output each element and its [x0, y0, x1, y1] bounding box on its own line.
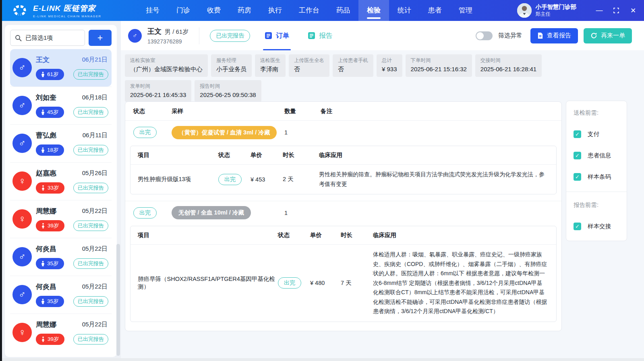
checkbox-checked-icon[interactable]: ✓	[574, 152, 581, 159]
item-status: 出完	[278, 277, 310, 289]
gender-icon: ♀	[12, 323, 32, 342]
checkbox-checked-icon[interactable]: ✓	[574, 173, 581, 181]
field-label: 服务经理	[216, 57, 246, 64]
field-value: ¥ 933	[382, 66, 397, 72]
report-status-badge: 已出完报告	[73, 334, 108, 344]
nav-item[interactable]: 挂号	[137, 0, 168, 21]
divider	[199, 27, 199, 44]
search-filter-text: 已筛选1项	[25, 34, 53, 42]
report-status-badge: 已出完报告	[73, 183, 108, 193]
order-items-card: 项目状态单价时长临床应用男性肿瘤升级版13项出完¥ 4532 天男性相关肿瘤的筛…	[130, 146, 557, 194]
gender-icon: ♂	[12, 247, 32, 266]
sample-group-row[interactable]: 出完（黄管）促凝试管 / 血清 3ml / 冷藏1	[125, 121, 561, 144]
field-label: 上传医生全名	[294, 57, 324, 64]
view-report-button[interactable]: 查看报告	[530, 28, 578, 43]
patient-card[interactable]: ♂曹弘彪06月11日18岁已出完报告	[10, 124, 112, 162]
maximize-icon[interactable]	[608, 0, 625, 21]
cell-sample: 无创管 / 全血 10ml / 冷藏	[172, 206, 284, 219]
visit-date: 05月22日	[82, 283, 108, 291]
order-report-tabs: 订单报告	[265, 21, 332, 50]
nav-item[interactable]: 患者	[420, 0, 450, 21]
patient-sidebar: 已筛选1项 + ♂王文06月21日61岁已出完报告♂刘如奎06月18日45岁已出…	[5, 25, 117, 357]
patient-name: 王文	[147, 27, 162, 35]
gender-icon: ♂	[12, 134, 32, 153]
info-field: 发单时间2025-06-21 16:45:33	[125, 80, 191, 102]
info-field: 下单时间2025-06-21 15:16:32	[406, 54, 472, 77]
sample-group-row[interactable]: 出完无创管 / 全血 10ml / 冷藏1	[125, 201, 561, 224]
app-title: E-LiNK 医链管家	[33, 3, 101, 14]
patient-card[interactable]: ♂王文06月21日61岁已出完报告	[10, 49, 112, 87]
age-text: 18岁	[47, 146, 59, 154]
age-badge: 33岁	[36, 182, 64, 194]
nav-item[interactable]: 执行	[260, 0, 290, 21]
patient-card[interactable]: ♀赵嘉惠05月26日33岁已出完报告	[10, 162, 112, 200]
tab-label: 报告	[319, 31, 332, 40]
patient-card[interactable]: ♀周慧娜05月22日39岁已出完报告	[10, 200, 112, 238]
visit-date: 06月21日	[82, 56, 108, 64]
status-badge: 出完	[133, 207, 157, 219]
items-column-header: 时长	[341, 231, 373, 239]
visit-date: 05月22日	[82, 321, 108, 328]
nav-item[interactable]: 管理	[450, 0, 481, 21]
nav-item[interactable]: 药品	[328, 0, 358, 21]
document-icon	[308, 32, 315, 39]
gender-icon: ♀	[12, 209, 32, 229]
order-item-row[interactable]: 男性肿瘤升级版13项出完¥ 4532 天男性相关肿瘤的筛查。肿瘤标记物相关项目方…	[130, 165, 556, 194]
user-avatar[interactable]	[517, 3, 532, 18]
items-column-header: 状态	[278, 231, 310, 239]
patient-name: 周慧娜	[36, 320, 73, 329]
age-badge: 45岁	[36, 107, 64, 118]
tab-orders[interactable]: 订单	[265, 21, 289, 50]
nav-item[interactable]: 收费	[199, 0, 229, 21]
tab-reports[interactable]: 报告	[308, 21, 332, 50]
close-icon[interactable]: ✕	[625, 0, 642, 21]
info-field: 送检实验室（广州）金域医学检验中心	[125, 54, 208, 77]
nav-item[interactable]: 门诊	[168, 0, 199, 21]
nav-item[interactable]: 药房	[229, 0, 260, 21]
item-name: 男性肿瘤升级版13项	[138, 175, 218, 183]
patient-card[interactable]: ♂何炎昌05月22日35岁已出完报告	[10, 276, 112, 314]
minimize-icon[interactable]: —	[591, 0, 608, 21]
field-label: 送检医生	[260, 57, 280, 64]
patient-card[interactable]: ♂刘如奎06月18日45岁已出完报告	[10, 87, 112, 124]
person-icon	[41, 336, 45, 342]
cell-status: 出完	[133, 207, 172, 219]
nav-item[interactable]: 工作台	[290, 0, 328, 21]
filter-abnormal-label: 筛选异常	[498, 32, 522, 39]
field-label: 上传患者手机	[338, 57, 368, 64]
requirement-item: ✓样本条码	[574, 173, 619, 181]
clinic-name: 小手智慧门诊部	[536, 3, 577, 10]
column-header: 备注	[321, 107, 553, 115]
order-item-row[interactable]: 肺癌早筛（SHOX2/RASSF1A/PTGER4基因甲基化检测）出完¥ 480…	[130, 245, 556, 322]
cell-status: 出完	[133, 127, 172, 138]
checkbox-checked-icon[interactable]: ✓	[574, 223, 581, 230]
reorder-button[interactable]: 再来一单	[584, 28, 632, 43]
pre-report-label: 报告前需:	[574, 201, 619, 209]
visit-date: 06月18日	[82, 94, 108, 101]
patient-card[interactable]: ♀周慧娜05月22日39岁已出完报告	[10, 314, 112, 351]
scrollbar-thumb[interactable]	[116, 244, 120, 356]
info-field: 总计¥ 933	[377, 54, 402, 77]
search-input[interactable]: 已筛选1项	[10, 30, 85, 46]
cell-quantity: 1	[284, 129, 321, 136]
checkbox-checked-icon[interactable]: ✓	[574, 130, 581, 138]
visit-date: 05月22日	[82, 245, 108, 253]
nav-item[interactable]: 统计	[389, 0, 420, 21]
report-status-badge: 已出完报告	[73, 258, 108, 269]
sample-badge: 无创管 / 全血 10ml / 冷藏	[172, 206, 251, 219]
add-patient-button[interactable]: +	[89, 30, 112, 46]
order-items-card: 项目状态单价时长临床应用肺癌早筛（SHOX2/RASSF1A/PTGER4基因甲…	[130, 226, 557, 322]
patient-name: 曹弘彪	[36, 131, 73, 140]
person-icon	[41, 72, 45, 77]
document-icon	[265, 32, 272, 39]
filter-abnormal-toggle[interactable]	[476, 31, 493, 40]
age-badge: 39岁	[36, 334, 64, 345]
items-table-header: 项目状态单价时长临床应用	[130, 146, 556, 165]
nav-item[interactable]: 检验	[358, 0, 389, 21]
top-nav: 挂号门诊收费药房执行工作台药品检验统计患者管理	[106, 0, 513, 21]
order-table-header: 状态 采样 数量 备注	[125, 102, 561, 121]
plus-icon: +	[97, 33, 103, 43]
status-badge: 出完	[218, 174, 242, 185]
patient-card[interactable]: ♂何炎昌05月22日35岁已出完报告	[10, 238, 112, 276]
user-area: 小手智慧门诊部 郑主任 — ✕	[517, 0, 642, 21]
